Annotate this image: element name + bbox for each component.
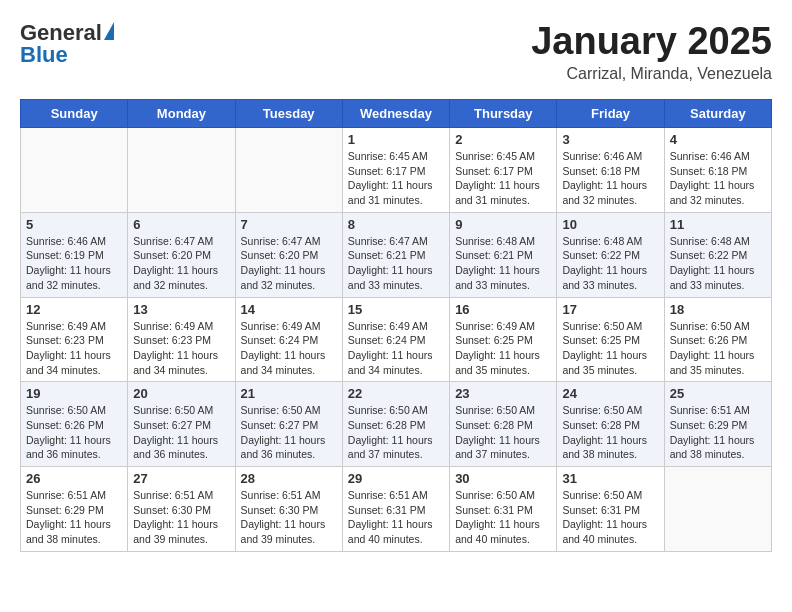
day-number: 12 bbox=[26, 302, 122, 317]
day-info: Sunrise: 6:49 AM Sunset: 6:25 PM Dayligh… bbox=[455, 319, 551, 378]
col-monday: Monday bbox=[128, 100, 235, 128]
day-number: 30 bbox=[455, 471, 551, 486]
day-number: 25 bbox=[670, 386, 766, 401]
day-number: 22 bbox=[348, 386, 444, 401]
day-number: 17 bbox=[562, 302, 658, 317]
col-friday: Friday bbox=[557, 100, 664, 128]
day-info: Sunrise: 6:50 AM Sunset: 6:26 PM Dayligh… bbox=[26, 403, 122, 462]
table-row: 9Sunrise: 6:48 AM Sunset: 6:21 PM Daylig… bbox=[450, 212, 557, 297]
table-row: 1Sunrise: 6:45 AM Sunset: 6:17 PM Daylig… bbox=[342, 128, 449, 213]
calendar-week-row: 19Sunrise: 6:50 AM Sunset: 6:26 PM Dayli… bbox=[21, 382, 772, 467]
table-row bbox=[664, 467, 771, 552]
table-row: 31Sunrise: 6:50 AM Sunset: 6:31 PM Dayli… bbox=[557, 467, 664, 552]
table-row: 6Sunrise: 6:47 AM Sunset: 6:20 PM Daylig… bbox=[128, 212, 235, 297]
table-row: 14Sunrise: 6:49 AM Sunset: 6:24 PM Dayli… bbox=[235, 297, 342, 382]
table-row: 29Sunrise: 6:51 AM Sunset: 6:31 PM Dayli… bbox=[342, 467, 449, 552]
day-info: Sunrise: 6:50 AM Sunset: 6:25 PM Dayligh… bbox=[562, 319, 658, 378]
table-row: 18Sunrise: 6:50 AM Sunset: 6:26 PM Dayli… bbox=[664, 297, 771, 382]
day-info: Sunrise: 6:51 AM Sunset: 6:29 PM Dayligh… bbox=[670, 403, 766, 462]
day-number: 8 bbox=[348, 217, 444, 232]
table-row bbox=[21, 128, 128, 213]
table-row: 21Sunrise: 6:50 AM Sunset: 6:27 PM Dayli… bbox=[235, 382, 342, 467]
calendar-week-row: 26Sunrise: 6:51 AM Sunset: 6:29 PM Dayli… bbox=[21, 467, 772, 552]
day-number: 27 bbox=[133, 471, 229, 486]
calendar-header-row: Sunday Monday Tuesday Wednesday Thursday… bbox=[21, 100, 772, 128]
table-row: 23Sunrise: 6:50 AM Sunset: 6:28 PM Dayli… bbox=[450, 382, 557, 467]
calendar-week-row: 1Sunrise: 6:45 AM Sunset: 6:17 PM Daylig… bbox=[21, 128, 772, 213]
day-number: 15 bbox=[348, 302, 444, 317]
day-number: 23 bbox=[455, 386, 551, 401]
day-number: 20 bbox=[133, 386, 229, 401]
day-info: Sunrise: 6:49 AM Sunset: 6:24 PM Dayligh… bbox=[348, 319, 444, 378]
day-info: Sunrise: 6:48 AM Sunset: 6:22 PM Dayligh… bbox=[670, 234, 766, 293]
day-number: 5 bbox=[26, 217, 122, 232]
day-info: Sunrise: 6:51 AM Sunset: 6:30 PM Dayligh… bbox=[241, 488, 337, 547]
table-row: 4Sunrise: 6:46 AM Sunset: 6:18 PM Daylig… bbox=[664, 128, 771, 213]
day-number: 26 bbox=[26, 471, 122, 486]
day-number: 19 bbox=[26, 386, 122, 401]
day-number: 31 bbox=[562, 471, 658, 486]
calendar-week-row: 5Sunrise: 6:46 AM Sunset: 6:19 PM Daylig… bbox=[21, 212, 772, 297]
day-number: 1 bbox=[348, 132, 444, 147]
table-row: 26Sunrise: 6:51 AM Sunset: 6:29 PM Dayli… bbox=[21, 467, 128, 552]
day-info: Sunrise: 6:47 AM Sunset: 6:20 PM Dayligh… bbox=[133, 234, 229, 293]
day-number: 21 bbox=[241, 386, 337, 401]
day-info: Sunrise: 6:46 AM Sunset: 6:18 PM Dayligh… bbox=[562, 149, 658, 208]
table-row bbox=[128, 128, 235, 213]
table-row: 25Sunrise: 6:51 AM Sunset: 6:29 PM Dayli… bbox=[664, 382, 771, 467]
day-info: Sunrise: 6:51 AM Sunset: 6:29 PM Dayligh… bbox=[26, 488, 122, 547]
day-info: Sunrise: 6:50 AM Sunset: 6:28 PM Dayligh… bbox=[562, 403, 658, 462]
day-number: 14 bbox=[241, 302, 337, 317]
logo-triangle-icon bbox=[104, 22, 114, 40]
logo: General Blue bbox=[20, 20, 114, 68]
table-row: 20Sunrise: 6:50 AM Sunset: 6:27 PM Dayli… bbox=[128, 382, 235, 467]
day-info: Sunrise: 6:49 AM Sunset: 6:23 PM Dayligh… bbox=[26, 319, 122, 378]
day-number: 2 bbox=[455, 132, 551, 147]
table-row: 12Sunrise: 6:49 AM Sunset: 6:23 PM Dayli… bbox=[21, 297, 128, 382]
day-info: Sunrise: 6:51 AM Sunset: 6:31 PM Dayligh… bbox=[348, 488, 444, 547]
table-row bbox=[235, 128, 342, 213]
table-row: 15Sunrise: 6:49 AM Sunset: 6:24 PM Dayli… bbox=[342, 297, 449, 382]
day-info: Sunrise: 6:51 AM Sunset: 6:30 PM Dayligh… bbox=[133, 488, 229, 547]
day-info: Sunrise: 6:45 AM Sunset: 6:17 PM Dayligh… bbox=[455, 149, 551, 208]
table-row: 24Sunrise: 6:50 AM Sunset: 6:28 PM Dayli… bbox=[557, 382, 664, 467]
day-number: 9 bbox=[455, 217, 551, 232]
table-row: 10Sunrise: 6:48 AM Sunset: 6:22 PM Dayli… bbox=[557, 212, 664, 297]
table-row: 7Sunrise: 6:47 AM Sunset: 6:20 PM Daylig… bbox=[235, 212, 342, 297]
calendar-week-row: 12Sunrise: 6:49 AM Sunset: 6:23 PM Dayli… bbox=[21, 297, 772, 382]
table-row: 22Sunrise: 6:50 AM Sunset: 6:28 PM Dayli… bbox=[342, 382, 449, 467]
table-row: 28Sunrise: 6:51 AM Sunset: 6:30 PM Dayli… bbox=[235, 467, 342, 552]
day-number: 6 bbox=[133, 217, 229, 232]
table-row: 13Sunrise: 6:49 AM Sunset: 6:23 PM Dayli… bbox=[128, 297, 235, 382]
day-number: 7 bbox=[241, 217, 337, 232]
day-number: 11 bbox=[670, 217, 766, 232]
day-number: 24 bbox=[562, 386, 658, 401]
col-thursday: Thursday bbox=[450, 100, 557, 128]
day-info: Sunrise: 6:48 AM Sunset: 6:21 PM Dayligh… bbox=[455, 234, 551, 293]
day-info: Sunrise: 6:50 AM Sunset: 6:31 PM Dayligh… bbox=[455, 488, 551, 547]
col-wednesday: Wednesday bbox=[342, 100, 449, 128]
day-info: Sunrise: 6:46 AM Sunset: 6:18 PM Dayligh… bbox=[670, 149, 766, 208]
table-row: 3Sunrise: 6:46 AM Sunset: 6:18 PM Daylig… bbox=[557, 128, 664, 213]
day-info: Sunrise: 6:50 AM Sunset: 6:28 PM Dayligh… bbox=[348, 403, 444, 462]
table-row: 8Sunrise: 6:47 AM Sunset: 6:21 PM Daylig… bbox=[342, 212, 449, 297]
table-row: 5Sunrise: 6:46 AM Sunset: 6:19 PM Daylig… bbox=[21, 212, 128, 297]
day-info: Sunrise: 6:50 AM Sunset: 6:27 PM Dayligh… bbox=[241, 403, 337, 462]
day-number: 29 bbox=[348, 471, 444, 486]
location-subtitle: Carrizal, Miranda, Venezuela bbox=[531, 65, 772, 83]
day-info: Sunrise: 6:50 AM Sunset: 6:31 PM Dayligh… bbox=[562, 488, 658, 547]
day-info: Sunrise: 6:50 AM Sunset: 6:27 PM Dayligh… bbox=[133, 403, 229, 462]
day-number: 28 bbox=[241, 471, 337, 486]
table-row: 30Sunrise: 6:50 AM Sunset: 6:31 PM Dayli… bbox=[450, 467, 557, 552]
day-info: Sunrise: 6:45 AM Sunset: 6:17 PM Dayligh… bbox=[348, 149, 444, 208]
page-header: General Blue January 2025 Carrizal, Mira… bbox=[20, 20, 772, 83]
calendar-table: Sunday Monday Tuesday Wednesday Thursday… bbox=[20, 99, 772, 552]
logo-blue-text: Blue bbox=[20, 42, 68, 68]
day-number: 16 bbox=[455, 302, 551, 317]
day-number: 10 bbox=[562, 217, 658, 232]
table-row: 11Sunrise: 6:48 AM Sunset: 6:22 PM Dayli… bbox=[664, 212, 771, 297]
day-number: 13 bbox=[133, 302, 229, 317]
table-row: 16Sunrise: 6:49 AM Sunset: 6:25 PM Dayli… bbox=[450, 297, 557, 382]
day-number: 3 bbox=[562, 132, 658, 147]
month-title: January 2025 bbox=[531, 20, 772, 63]
